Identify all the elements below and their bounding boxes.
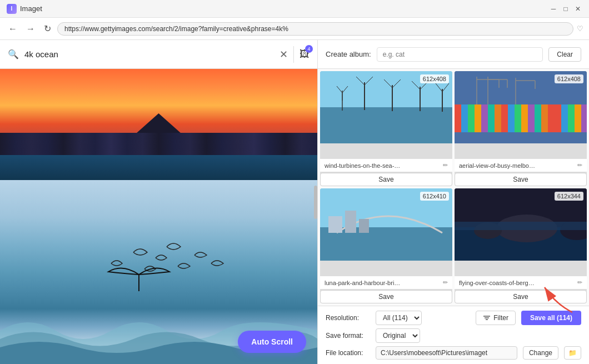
change-button[interactable]: Change: [523, 346, 558, 360]
search-icon: 🔍: [8, 49, 19, 59]
grid-item-1: 612x408 wind-turbines-on-the-sea-on-a-su…: [320, 71, 452, 186]
app-name: Imaget: [20, 4, 42, 13]
edit-icon-1[interactable]: ✏: [443, 162, 448, 169]
grid-footer-3: luna-park-and-harbour-bridge-in-s ✏: [320, 276, 452, 289]
image-title-3: luna-park-and-harbour-bridge-in-s: [325, 280, 402, 286]
grid-item-3: 612x410 luna-park-and-harbour-bridge-in-…: [320, 188, 452, 303]
sunset-harbor-image: [0, 69, 317, 180]
svg-rect-38: [345, 211, 356, 233]
filter-button[interactable]: Filter: [476, 311, 516, 325]
image-dimensions-2: 612x408: [555, 74, 583, 83]
main-content: 🔍 ✕ 🖼 4: [0, 40, 589, 364]
image-title-2: aerial-view-of-busy-melbourne-por: [459, 162, 537, 169]
folder-button[interactable]: 📁: [564, 346, 581, 360]
image-title-4: flying-over-coasts-of-bergen-in-th: [459, 280, 537, 286]
file-location-row: File location: Change 📁: [326, 346, 581, 360]
forward-button[interactable]: →: [23, 23, 38, 35]
containers-decoration: [455, 104, 587, 132]
image-dimensions-1: 612x408: [420, 74, 449, 83]
file-path-input[interactable]: [376, 346, 517, 360]
save-button-1[interactable]: Save: [320, 173, 452, 186]
save-button-3[interactable]: Save: [320, 290, 452, 303]
title-bar: I Imaget ─ □ ✕: [0, 0, 589, 18]
image-search-icon[interactable]: 🖼 4: [300, 48, 310, 60]
bergen-image: 612x344: [455, 188, 587, 276]
grid-item-2: 612x408 aerial-view-of-busy-melbourne-po…: [455, 71, 587, 186]
back-button[interactable]: ←: [6, 23, 20, 35]
right-panel: Create album: Clear: [318, 40, 589, 364]
ocean-birds-image: Auto Scroll: [0, 180, 317, 364]
album-row: Create album: Clear: [318, 40, 589, 69]
clear-button[interactable]: Clear: [548, 47, 581, 62]
save-all-button[interactable]: Save all (114): [521, 311, 581, 325]
svg-rect-45: [455, 222, 587, 230]
edit-icon-2[interactable]: ✏: [577, 162, 582, 169]
divider: [293, 46, 294, 63]
save-button-2[interactable]: Save: [455, 173, 587, 186]
window-controls: ─ □ ✕: [549, 4, 582, 13]
resolution-row: Resolution: All (114)4KHDFull HD Filter …: [326, 311, 581, 325]
scrollbar-thumb[interactable]: [314, 186, 317, 219]
image-scroll-area[interactable]: Auto Scroll: [0, 69, 317, 364]
left-panel: 🔍 ✕ 🖼 4: [0, 40, 318, 364]
svg-rect-39: [359, 219, 369, 233]
melbourne-image: 612x408: [455, 71, 587, 159]
filter-label: Filter: [493, 314, 508, 322]
url-input[interactable]: [57, 22, 573, 36]
grid-item-4: 612x344 flying-over-coasts-of-bergen-in-…: [455, 188, 587, 303]
image-title-1: wind-turbines-on-the-sea-on-a-sur: [325, 162, 402, 169]
edit-icon-3[interactable]: ✏: [443, 279, 448, 286]
grid-footer-2: aerial-view-of-busy-melbourne-por ✏: [455, 159, 587, 172]
search-badge: 4: [305, 45, 313, 53]
image-grid: 612x408 wind-turbines-on-the-sea-on-a-su…: [318, 69, 589, 306]
bottom-controls: Resolution: All (114)4KHDFull HD Filter …: [318, 306, 589, 364]
maximize-button[interactable]: □: [561, 4, 570, 13]
refresh-button[interactable]: ↻: [41, 22, 54, 35]
close-button[interactable]: ✕: [573, 4, 582, 13]
search-bar: 🔍 ✕ 🖼 4: [0, 40, 317, 69]
album-input[interactable]: [377, 47, 543, 62]
search-input[interactable]: [24, 49, 274, 59]
resolution-label: Resolution:: [326, 314, 370, 322]
save-button-4[interactable]: Save: [455, 290, 587, 303]
app-logo: I Imaget: [7, 4, 42, 14]
minimize-button[interactable]: ─: [549, 4, 558, 13]
format-row: Save format: Original: [326, 328, 581, 343]
address-bar: ← → ↻ ♡: [0, 18, 589, 40]
save-format-label: Save format:: [326, 332, 370, 340]
resolution-select[interactable]: All (114)4KHDFull HD: [376, 311, 422, 325]
search-clear-button[interactable]: ✕: [279, 48, 288, 61]
grid-footer-1: wind-turbines-on-the-sea-on-a-sur ✏: [320, 159, 452, 172]
image-dimensions-4: 612x344: [555, 192, 583, 201]
file-location-label: File location:: [326, 349, 370, 357]
album-label: Create album:: [326, 50, 371, 58]
water-decoration: [0, 155, 317, 180]
auto-scroll-button[interactable]: Auto Scroll: [238, 331, 306, 353]
bookmark-icon[interactable]: ♡: [577, 24, 583, 33]
edit-icon-4[interactable]: ✏: [577, 279, 582, 286]
grid-footer-4: flying-over-coasts-of-bergen-in-th ✏: [455, 276, 587, 289]
image-dimensions-3: 612x410: [420, 192, 449, 201]
turbines-image: 612x408: [320, 71, 452, 159]
logo-icon: I: [7, 4, 17, 14]
svg-rect-37: [328, 216, 342, 233]
top-image-container: [0, 69, 317, 180]
svg-rect-1: [320, 107, 452, 143]
filter-icon: [483, 314, 491, 322]
format-select[interactable]: Original: [376, 328, 420, 343]
luna-image: 612x410: [320, 188, 452, 276]
